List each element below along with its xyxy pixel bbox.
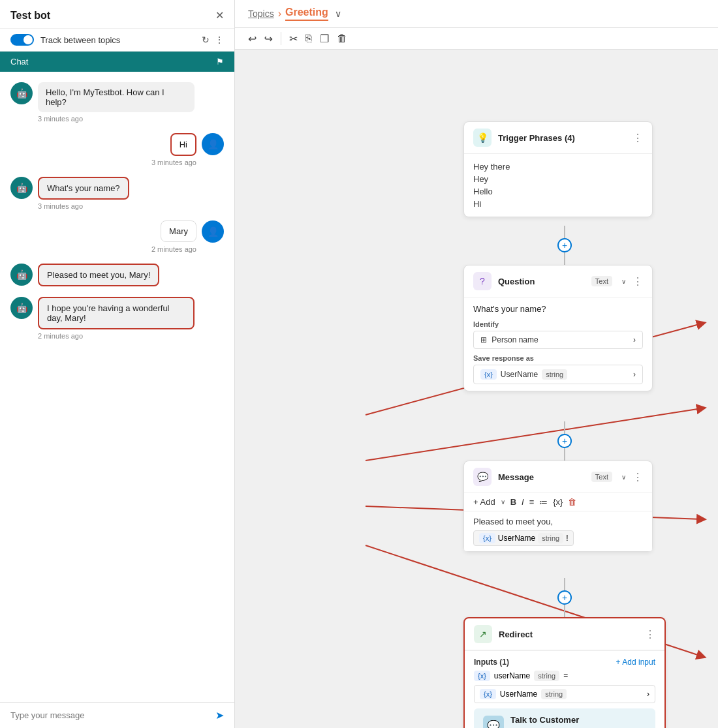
equals-sign: = bbox=[563, 671, 568, 680]
exclamation: ! bbox=[566, 534, 568, 543]
username-content: {x} UserName string bbox=[480, 689, 567, 699]
flag-icon: ⚑ bbox=[216, 57, 224, 67]
add-chevron[interactable]: ∨ bbox=[501, 498, 505, 506]
var-name: UserName bbox=[498, 534, 535, 543]
close-icon[interactable]: ✕ bbox=[215, 9, 224, 22]
connector-3: + bbox=[557, 578, 572, 617]
inputs-title: Inputs (1) bbox=[474, 658, 509, 667]
identify-box[interactable]: ⊞ Person name › bbox=[473, 331, 643, 349]
input-var-name: userName bbox=[494, 671, 530, 680]
connector-line bbox=[564, 226, 565, 238]
breadcrumb: Topics › Greeting ∨ bbox=[248, 7, 341, 21]
redo-icon[interactable]: ↩ bbox=[264, 33, 273, 45]
canvas-inner: 💡 Trigger Phrases (4) ⋮ Hey there Hey He… bbox=[235, 50, 718, 702]
delete-content-icon[interactable]: 🗑 bbox=[568, 497, 576, 507]
user-time: 3 minutes ago bbox=[10, 159, 196, 166]
username-row[interactable]: {x} UserName string › bbox=[474, 685, 655, 703]
bot-bubble: Pleased to meet you, Mary! bbox=[38, 264, 159, 286]
toolbar-icons: ↻ ⋮ bbox=[202, 35, 224, 45]
breadcrumb-current: Greeting bbox=[285, 7, 328, 21]
user-avatar: 👤 bbox=[202, 220, 224, 243]
cut-icon[interactable]: ✂ bbox=[289, 33, 298, 45]
list-item: Hey bbox=[473, 173, 643, 185]
bold-btn[interactable]: B bbox=[510, 497, 516, 507]
align-btn[interactable]: ≡ bbox=[529, 497, 535, 507]
connector-line bbox=[564, 448, 565, 461]
x-tag: {x} bbox=[479, 533, 495, 543]
chevron-right-icon: › bbox=[633, 370, 636, 379]
right-header: Topics › Greeting ∨ bbox=[235, 0, 718, 28]
more-icon[interactable]: ⋮ bbox=[215, 35, 224, 45]
breadcrumb-topics[interactable]: Topics bbox=[248, 8, 274, 19]
add-btn[interactable]: + Add bbox=[473, 497, 495, 507]
add-button-2[interactable]: + bbox=[557, 434, 572, 447]
message-time: 2 minutes ago bbox=[38, 332, 224, 340]
add-button-1[interactable]: + bbox=[557, 238, 572, 252]
var-content: {x} UserName string bbox=[480, 369, 567, 380]
inputs-section: Inputs (1) + Add input {x} userName stri… bbox=[465, 650, 664, 728]
message-time: 3 minutes ago bbox=[38, 202, 224, 210]
chat-tab-label: Chat bbox=[10, 57, 28, 67]
question-menu-icon[interactable]: ⋮ bbox=[632, 275, 643, 288]
question-card-header: ? Question Text ∨ ⋮ bbox=[464, 265, 652, 297]
message-card: 💬 Message Text ∨ ⋮ + Add ∨ B I ≡ ≔ {x} 🗑 bbox=[463, 461, 653, 552]
trigger-title: Trigger Phrases (4) bbox=[498, 133, 626, 143]
undo-icon[interactable]: ↩ bbox=[248, 33, 257, 45]
x-tag: {x} bbox=[480, 369, 497, 380]
track-toggle[interactable] bbox=[10, 34, 34, 46]
trigger-menu-icon[interactable]: ⋮ bbox=[632, 132, 643, 144]
identify-value: ⊞ Person name bbox=[480, 335, 538, 344]
connector-line bbox=[564, 578, 565, 590]
talk-customer-info: Talk to Customer View topic bbox=[510, 715, 579, 728]
string-tag: string bbox=[538, 533, 563, 543]
list-item: 🤖 What's your name? 3 minutes ago bbox=[10, 177, 224, 210]
message-tag: Text bbox=[591, 472, 612, 482]
chat-input-row: ➤ bbox=[0, 702, 234, 728]
input-row: {x} userName string = bbox=[474, 671, 655, 681]
refresh-icon[interactable]: ↻ bbox=[202, 35, 210, 45]
bot-avatar: 🤖 bbox=[10, 297, 33, 319]
canvas-area[interactable]: 💡 Trigger Phrases (4) ⋮ Hey there Hey He… bbox=[235, 50, 718, 728]
breadcrumb-separator: › bbox=[278, 8, 281, 20]
left-header: Test bot ✕ bbox=[0, 0, 234, 29]
trigger-card: 💡 Trigger Phrases (4) ⋮ Hey there Hey He… bbox=[463, 121, 653, 217]
delete-icon[interactable]: 🗑 bbox=[337, 33, 347, 44]
paste-icon[interactable]: ❐ bbox=[320, 33, 329, 45]
bot-bubble: What's your name? bbox=[38, 177, 129, 200]
list-btn[interactable]: ≔ bbox=[539, 497, 548, 507]
track-label: Track between topics bbox=[40, 35, 195, 45]
message-tag-chevron[interactable]: ∨ bbox=[621, 474, 626, 481]
bot-avatar: 🤖 bbox=[10, 177, 33, 199]
save-label: Save response as bbox=[473, 354, 643, 362]
italic-btn[interactable]: I bbox=[522, 497, 524, 507]
grid-icon: ⊞ bbox=[480, 335, 487, 344]
username-type-tag: string bbox=[541, 689, 567, 699]
var-btn[interactable]: {x} bbox=[553, 497, 563, 507]
send-icon[interactable]: ➤ bbox=[215, 709, 224, 721]
add-button-3[interactable]: + bbox=[557, 590, 572, 604]
chat-input[interactable] bbox=[10, 710, 215, 720]
list-item: 👤 Hi 3 minutes ago bbox=[10, 133, 224, 166]
add-input-button[interactable]: + Add input bbox=[616, 658, 655, 667]
trigger-icon: 💡 bbox=[473, 129, 492, 147]
redirect-icon: ↗ bbox=[474, 625, 492, 643]
chat-tab[interactable]: Chat ⚑ bbox=[0, 52, 234, 72]
question-card: ? Question Text ∨ ⋮ What's your name? Id… bbox=[463, 265, 653, 391]
trigger-body: Hey there Hey Hello Hi bbox=[464, 154, 652, 217]
chevron-right-icon: › bbox=[647, 690, 649, 699]
message-menu-icon[interactable]: ⋮ bbox=[632, 471, 643, 483]
redirect-card: ↗ Redirect ⋮ Inputs (1) + Add input {x} … bbox=[463, 617, 666, 728]
message-content: Pleased to meet you, {x} UserName string… bbox=[464, 511, 652, 551]
breadcrumb-chevron-icon[interactable]: ∨ bbox=[335, 8, 341, 19]
connector-line bbox=[564, 605, 565, 617]
question-body: What's your name? Identify ⊞ Person name… bbox=[464, 297, 652, 391]
question-tag-chevron[interactable]: ∨ bbox=[621, 278, 626, 285]
connector-line bbox=[564, 252, 565, 265]
copy-icon[interactable]: ⎘ bbox=[305, 33, 312, 44]
var-box[interactable]: {x} UserName string › bbox=[473, 365, 643, 384]
svg-line-2 bbox=[366, 408, 702, 461]
list-item: Hey there bbox=[473, 160, 643, 173]
redirect-menu-icon[interactable]: ⋮ bbox=[645, 628, 655, 641]
inputs-header: Inputs (1) + Add input bbox=[474, 658, 655, 667]
identify-label: Identify bbox=[473, 320, 643, 328]
